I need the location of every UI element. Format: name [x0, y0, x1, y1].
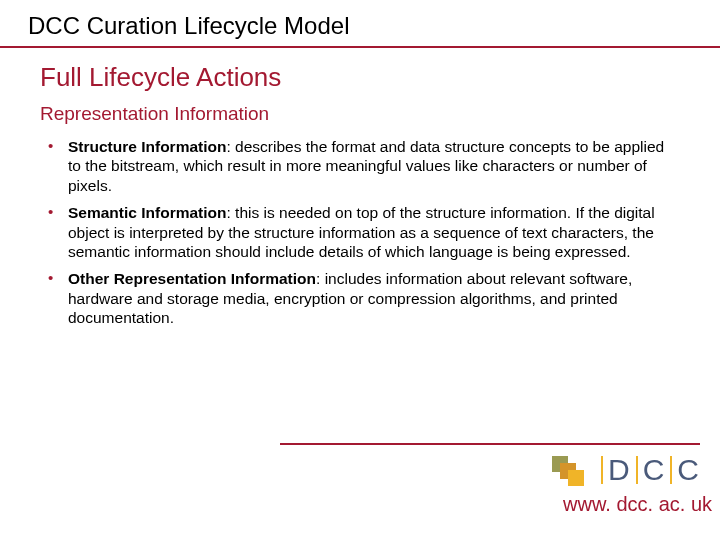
logo-bar-icon [636, 456, 638, 484]
list-item: Other Representation Information: includ… [44, 269, 680, 327]
logo-bar-icon [601, 456, 603, 484]
logo-letter: C [677, 453, 700, 487]
main-heading: Full Lifecycle Actions [40, 62, 680, 93]
logo-letter: C [643, 453, 666, 487]
slide-content: Full Lifecycle Actions Representation In… [0, 48, 720, 327]
sub-heading: Representation Information [40, 103, 680, 125]
logo-letter: D [608, 453, 631, 487]
logo-bar-icon [670, 456, 672, 484]
list-item: Semantic Information: this is needed on … [44, 203, 680, 261]
bullet-term: Semantic Information [68, 204, 226, 221]
slide-header-title: DCC Curation Lifecycle Model [28, 12, 692, 40]
bullet-term: Other Representation Information [68, 270, 316, 287]
footer-url: www. dcc. ac. uk [400, 493, 720, 516]
bullet-list: Structure Information: describes the for… [40, 137, 680, 327]
bullet-term: Structure Information [68, 138, 226, 155]
logo: D C C [400, 453, 720, 487]
logo-text: D C C [596, 453, 700, 487]
footer-divider [280, 443, 700, 445]
slide-footer: D C C www. dcc. ac. uk [400, 443, 720, 516]
slide-header: DCC Curation Lifecycle Model [0, 0, 720, 46]
list-item: Structure Information: describes the for… [44, 137, 680, 195]
logo-squares-icon [552, 456, 586, 484]
